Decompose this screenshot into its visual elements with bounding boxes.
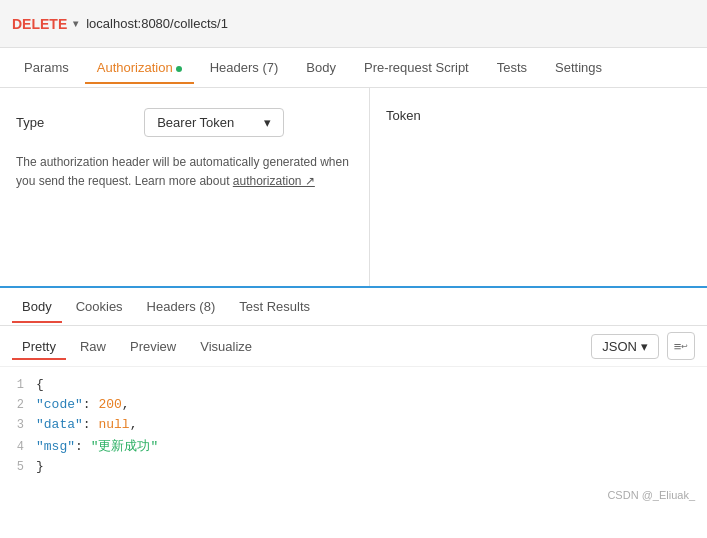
bearer-label: Bearer Token — [157, 115, 234, 130]
bearer-dropdown[interactable]: Bearer Token ▾ — [144, 108, 284, 137]
format-toolbar: Pretty Raw Preview Visualize JSON ▾ ≡↩ — [0, 326, 707, 367]
type-label: Type — [16, 115, 44, 130]
ftab-visualize[interactable]: Visualize — [190, 334, 262, 359]
rtab-test-results[interactable]: Test Results — [229, 291, 320, 322]
url-bar: DELETE ▾ — [0, 0, 707, 48]
auth-content: Type Bearer Token ▾ The authorization he… — [0, 88, 707, 288]
line-num-2: 2 — [0, 398, 36, 412]
authorization-link[interactable]: authorization ↗ — [233, 174, 315, 188]
code-content-1: { — [36, 377, 707, 392]
tab-authorization[interactable]: Authorization — [85, 52, 194, 83]
ftab-pretty[interactable]: Pretty — [12, 334, 66, 359]
type-row: Type Bearer Token ▾ — [16, 108, 353, 137]
watermark: CSDN @_Eliuak_ — [0, 485, 707, 505]
tab-headers[interactable]: Headers (7) — [198, 52, 291, 83]
json-format-label: JSON — [602, 339, 637, 354]
line-num-5: 5 — [0, 460, 36, 474]
line-num-1: 1 — [0, 378, 36, 392]
method-selector[interactable]: DELETE ▾ — [12, 16, 78, 32]
request-tabs: Params Authorization Headers (7) Body Pr… — [0, 48, 707, 88]
format-right: JSON ▾ ≡↩ — [591, 332, 695, 360]
code-line-1: 1 { — [0, 375, 707, 395]
line-num-4: 4 — [0, 440, 36, 454]
code-line-5: 5 } — [0, 457, 707, 477]
code-line-3: 3 "data": null, — [0, 415, 707, 435]
bearer-chevron-icon: ▾ — [264, 115, 271, 130]
ftab-raw[interactable]: Raw — [70, 334, 116, 359]
response-section: Body Cookies Headers (8) Test Results Pr… — [0, 288, 707, 505]
rtab-headers[interactable]: Headers (8) — [137, 291, 226, 322]
tab-tests[interactable]: Tests — [485, 52, 539, 83]
rtab-body[interactable]: Body — [12, 291, 62, 322]
json-format-dropdown[interactable]: JSON ▾ — [591, 334, 659, 359]
auth-left-panel: Type Bearer Token ▾ The authorization he… — [0, 88, 370, 286]
method-label: DELETE — [12, 16, 67, 32]
json-chevron-icon: ▾ — [641, 339, 648, 354]
tab-body[interactable]: Body — [294, 52, 348, 83]
code-area: 1 { 2 "code": 200, 3 "data": null, 4 "ms… — [0, 367, 707, 485]
token-label: Token — [386, 108, 421, 123]
tab-params[interactable]: Params — [12, 52, 81, 83]
auth-description: The authorization header will be automat… — [16, 153, 353, 191]
authorization-dot — [176, 66, 182, 72]
code-content-2: "code": 200, — [36, 397, 707, 412]
ftab-preview[interactable]: Preview — [120, 334, 186, 359]
wrap-icon[interactable]: ≡↩ — [667, 332, 695, 360]
code-content-4: "msg": "更新成功" — [36, 437, 707, 455]
response-tabs: Body Cookies Headers (8) Test Results — [0, 288, 707, 326]
tab-pre-request[interactable]: Pre-request Script — [352, 52, 481, 83]
method-chevron-icon: ▾ — [73, 18, 78, 29]
code-content-3: "data": null, — [36, 417, 707, 432]
code-content-5: } — [36, 459, 707, 474]
url-input[interactable] — [86, 16, 695, 31]
line-num-3: 3 — [0, 418, 36, 432]
rtab-cookies[interactable]: Cookies — [66, 291, 133, 322]
auth-right-panel: Token — [370, 88, 707, 286]
code-line-4: 4 "msg": "更新成功" — [0, 435, 707, 457]
tab-settings[interactable]: Settings — [543, 52, 614, 83]
code-line-2: 2 "code": 200, — [0, 395, 707, 415]
wrap-lines-icon: ≡↩ — [674, 339, 689, 354]
